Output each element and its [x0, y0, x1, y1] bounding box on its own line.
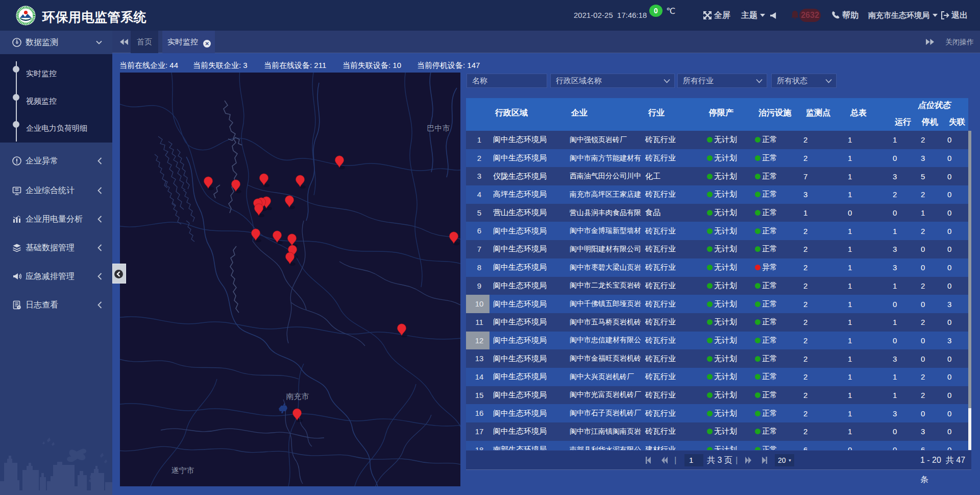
svg-text:巴中市: 巴中市	[427, 124, 450, 132]
svg-text:遂宁市: 遂宁市	[172, 466, 194, 475]
svg-text:南充市: 南充市	[286, 392, 309, 400]
